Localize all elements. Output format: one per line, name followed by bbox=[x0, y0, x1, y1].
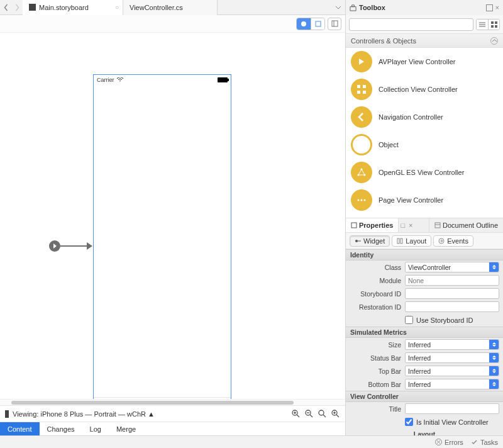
carrier-label: Carrier bbox=[97, 77, 114, 83]
tab-changes[interactable]: Changes bbox=[40, 422, 82, 435]
use-storyboard-id-label: Use Storyboard ID bbox=[416, 316, 473, 324]
statusbar-select[interactable]: Inferred bbox=[405, 352, 499, 363]
svg-rect-34 bbox=[351, 223, 357, 228]
svg-point-0 bbox=[301, 21, 306, 26]
collection-icon bbox=[351, 79, 372, 100]
tab-content[interactable]: Content bbox=[0, 422, 40, 435]
canvas[interactable]: Carrier bbox=[0, 33, 345, 399]
nav-back-button[interactable] bbox=[0, 1, 11, 14]
storyboard-icon bbox=[29, 4, 36, 11]
svg-point-11 bbox=[319, 410, 324, 415]
svg-line-12 bbox=[323, 415, 326, 417]
use-storyboard-id-checkbox[interactable] bbox=[405, 316, 413, 324]
svg-rect-1 bbox=[316, 21, 321, 26]
prop-tab-widget[interactable]: Widget bbox=[350, 235, 390, 247]
list-view-button[interactable] bbox=[477, 20, 488, 30]
outline-toggle-button[interactable] bbox=[328, 18, 341, 30]
grid-view-button[interactable] bbox=[488, 20, 499, 30]
wifi-icon bbox=[117, 77, 123, 82]
svg-rect-25 bbox=[363, 85, 366, 88]
panel-tab-outline[interactable]: Document Outline bbox=[429, 218, 503, 232]
statusbar-value: Inferred bbox=[408, 354, 431, 362]
panel-detach-icon[interactable]: □ bbox=[399, 221, 407, 229]
toolbox-item-label: Navigation Controller bbox=[379, 113, 443, 121]
bottombar-select[interactable]: Inferred bbox=[405, 379, 499, 389]
toolbox-item[interactable]: Object bbox=[346, 131, 503, 159]
tab-main-storyboard[interactable]: Main.storyboard ○ bbox=[23, 0, 123, 15]
toolbox-item-label: Page View Controller bbox=[379, 196, 443, 204]
tab-label: Main.storyboard bbox=[39, 4, 89, 11]
toolbox-item-label: Collection View Controller bbox=[379, 86, 458, 93]
panel-close-icon[interactable]: × bbox=[407, 221, 414, 229]
size-value: Inferred bbox=[408, 341, 431, 349]
panel-detach-button[interactable] bbox=[486, 4, 493, 11]
entry-point-icon[interactable] bbox=[49, 240, 60, 252]
svg-rect-22 bbox=[491, 25, 494, 28]
errors-status[interactable]: Errors bbox=[435, 439, 463, 446]
panel-tab-label: Properties bbox=[359, 221, 393, 229]
svg-rect-27 bbox=[363, 91, 366, 94]
initial-vc-label: Is Initial View Controller bbox=[416, 418, 489, 426]
statusbar-label: Status Bar bbox=[350, 354, 401, 362]
panel-close-button[interactable]: × bbox=[495, 4, 499, 11]
tab-dropdown[interactable] bbox=[218, 4, 345, 11]
initial-vc-checkbox[interactable] bbox=[405, 418, 413, 426]
svg-rect-40 bbox=[401, 238, 402, 244]
horizontal-scrollbar[interactable] bbox=[0, 399, 345, 405]
zoom-actual-icon[interactable] bbox=[318, 409, 327, 418]
toolbox-item-label: OpenGL ES View Controller bbox=[379, 169, 464, 176]
restoration-id-label: Restoration ID bbox=[350, 303, 401, 311]
title-input[interactable] bbox=[405, 403, 499, 414]
category-collapse-button[interactable] bbox=[490, 37, 498, 45]
constraints-mode-button[interactable] bbox=[297, 18, 311, 30]
section-viewcontroller: View Controller bbox=[346, 391, 503, 402]
toolbox-item[interactable]: Page View Controller bbox=[346, 186, 503, 214]
section-identity: Identity bbox=[346, 249, 503, 260]
device-frame[interactable]: Carrier bbox=[93, 74, 231, 399]
toolbox-item[interactable]: Navigation Controller bbox=[346, 103, 503, 131]
size-select[interactable]: Inferred bbox=[405, 339, 499, 350]
tab-close-icon[interactable]: ○ bbox=[115, 4, 119, 11]
svg-rect-24 bbox=[357, 85, 360, 88]
tasks-status[interactable]: Tasks bbox=[471, 439, 498, 446]
toolbox-item[interactable]: OpenGL ES View Controller bbox=[346, 159, 503, 186]
svg-rect-26 bbox=[357, 91, 360, 94]
toolbox-item[interactable]: AVPlayer View Controller bbox=[346, 48, 503, 76]
zoom-out-icon[interactable] bbox=[304, 409, 314, 418]
prop-tab-events[interactable]: Events bbox=[433, 235, 473, 247]
category-label: Controllers & Objects bbox=[351, 37, 416, 45]
tab-merge[interactable]: Merge bbox=[109, 422, 143, 435]
layout-heading: Layout bbox=[346, 428, 503, 435]
class-value: ViewController bbox=[408, 264, 451, 271]
class-select[interactable]: ViewController bbox=[405, 262, 499, 272]
tab-viewcontroller-cs[interactable]: ViewController.cs bbox=[123, 0, 218, 15]
viewing-label[interactable]: Viewing: iPhone 8 Plus — Portrait — wChR… bbox=[13, 410, 287, 418]
svg-rect-39 bbox=[397, 238, 399, 244]
toolbox-search-input[interactable] bbox=[349, 18, 473, 31]
topbar-label: Top Bar bbox=[350, 367, 401, 375]
size-label: Size bbox=[350, 341, 401, 349]
errors-label: Errors bbox=[445, 439, 463, 446]
svg-rect-21 bbox=[495, 21, 497, 24]
bottombar-value: Inferred bbox=[408, 381, 431, 388]
zoom-in-icon[interactable] bbox=[331, 409, 340, 418]
prop-tab-label: Layout bbox=[406, 237, 426, 245]
prop-tab-label: Widget bbox=[363, 237, 385, 245]
restoration-id-input[interactable] bbox=[405, 301, 499, 312]
toolbox-item[interactable]: Collection View Controller bbox=[346, 76, 503, 103]
tab-log[interactable]: Log bbox=[82, 422, 109, 435]
page-icon bbox=[351, 189, 372, 211]
topbar-value: Inferred bbox=[408, 367, 431, 375]
battery-icon bbox=[218, 77, 228, 82]
panel-tab-properties[interactable]: Properties bbox=[346, 218, 399, 232]
prop-tab-layout[interactable]: Layout bbox=[392, 235, 431, 247]
module-input[interactable] bbox=[405, 275, 499, 286]
frames-mode-button[interactable] bbox=[311, 18, 324, 30]
scene-dock bbox=[94, 397, 231, 399]
toolbox-icon bbox=[350, 4, 357, 11]
storyboard-id-input[interactable] bbox=[405, 288, 499, 299]
topbar-select[interactable]: Inferred bbox=[405, 366, 499, 376]
nav-forward-button[interactable] bbox=[11, 1, 23, 14]
zoom-fit-icon[interactable] bbox=[291, 409, 301, 418]
panel-tab-label: Document Outline bbox=[443, 221, 498, 229]
